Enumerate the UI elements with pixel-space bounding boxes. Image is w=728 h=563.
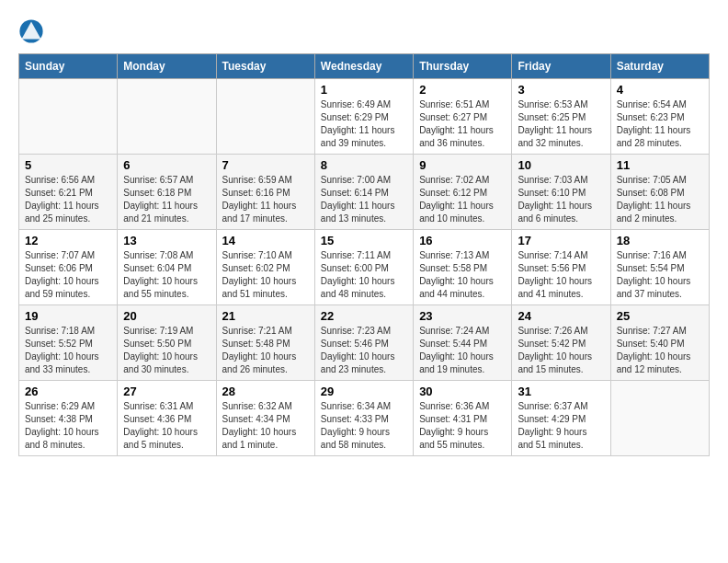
day-info: Sunrise: 7:05 AM Sunset: 6:08 PM Dayligh…	[617, 174, 703, 225]
day-number: 5	[25, 158, 111, 172]
calendar-cell	[118, 79, 216, 155]
day-number: 9	[419, 158, 506, 172]
day-number: 15	[321, 234, 407, 247]
calendar-cell: 7Sunrise: 6:59 AM Sunset: 6:16 PM Daylig…	[216, 155, 314, 230]
calendar-cell: 15Sunrise: 7:11 AM Sunset: 6:00 PM Dayli…	[314, 230, 413, 305]
day-number: 21	[222, 309, 309, 323]
day-number: 13	[123, 234, 210, 247]
day-info: Sunrise: 7:00 AM Sunset: 6:14 PM Dayligh…	[321, 174, 407, 225]
day-info: Sunrise: 7:02 AM Sunset: 6:12 PM Dayligh…	[419, 174, 506, 225]
calendar-cell: 12Sunrise: 7:07 AM Sunset: 6:06 PM Dayli…	[19, 230, 118, 305]
calendar-cell: 21Sunrise: 7:21 AM Sunset: 5:48 PM Dayli…	[216, 305, 314, 381]
calendar-week-row: 1Sunrise: 6:49 AM Sunset: 6:29 PM Daylig…	[19, 79, 710, 155]
weekday-header-sunday: Sunday	[19, 54, 118, 79]
day-info: Sunrise: 6:54 AM Sunset: 6:23 PM Dayligh…	[617, 98, 703, 150]
logo	[18, 18, 48, 44]
day-info: Sunrise: 6:59 AM Sunset: 6:16 PM Dayligh…	[222, 174, 309, 225]
day-number: 29	[321, 385, 407, 398]
day-info: Sunrise: 7:03 AM Sunset: 6:10 PM Dayligh…	[518, 174, 604, 225]
day-number: 4	[617, 83, 703, 97]
day-number: 7	[222, 158, 309, 172]
day-info: Sunrise: 6:51 AM Sunset: 6:27 PM Dayligh…	[419, 98, 506, 150]
calendar-cell: 2Sunrise: 6:51 AM Sunset: 6:27 PM Daylig…	[414, 79, 512, 155]
day-info: Sunrise: 7:11 AM Sunset: 6:00 PM Dayligh…	[321, 249, 407, 301]
weekday-header-thursday: Thursday	[414, 54, 512, 79]
calendar-cell: 22Sunrise: 7:23 AM Sunset: 5:46 PM Dayli…	[314, 305, 413, 381]
day-number: 30	[419, 385, 506, 398]
day-info: Sunrise: 7:19 AM Sunset: 5:50 PM Dayligh…	[123, 325, 210, 376]
calendar-cell: 24Sunrise: 7:26 AM Sunset: 5:42 PM Dayli…	[512, 305, 610, 381]
calendar-cell: 25Sunrise: 7:27 AM Sunset: 5:40 PM Dayli…	[610, 305, 709, 381]
day-info: Sunrise: 7:16 AM Sunset: 5:54 PM Dayligh…	[617, 249, 703, 301]
calendar-cell: 31Sunrise: 6:37 AM Sunset: 4:29 PM Dayli…	[512, 381, 610, 456]
day-info: Sunrise: 7:21 AM Sunset: 5:48 PM Dayligh…	[222, 325, 309, 376]
calendar-week-row: 12Sunrise: 7:07 AM Sunset: 6:06 PM Dayli…	[19, 230, 710, 305]
calendar-table: SundayMondayTuesdayWednesdayThursdayFrid…	[18, 53, 710, 456]
day-number: 25	[617, 309, 703, 323]
calendar-cell	[19, 79, 118, 155]
weekday-header-monday: Monday	[118, 54, 216, 79]
calendar-cell: 19Sunrise: 7:18 AM Sunset: 5:52 PM Dayli…	[19, 305, 118, 381]
weekday-header-wednesday: Wednesday	[314, 54, 413, 79]
calendar-cell: 17Sunrise: 7:14 AM Sunset: 5:56 PM Dayli…	[512, 230, 610, 305]
calendar-cell: 30Sunrise: 6:36 AM Sunset: 4:31 PM Dayli…	[414, 381, 512, 456]
calendar-week-row: 19Sunrise: 7:18 AM Sunset: 5:52 PM Dayli…	[19, 305, 710, 381]
day-info: Sunrise: 7:26 AM Sunset: 5:42 PM Dayligh…	[518, 325, 604, 376]
day-info: Sunrise: 7:14 AM Sunset: 5:56 PM Dayligh…	[518, 249, 604, 301]
calendar-cell: 11Sunrise: 7:05 AM Sunset: 6:08 PM Dayli…	[610, 155, 709, 230]
day-number: 12	[25, 234, 111, 247]
day-number: 18	[617, 234, 703, 247]
day-info: Sunrise: 6:29 AM Sunset: 4:38 PM Dayligh…	[25, 400, 111, 452]
calendar-cell: 13Sunrise: 7:08 AM Sunset: 6:04 PM Dayli…	[118, 230, 216, 305]
calendar-cell: 3Sunrise: 6:53 AM Sunset: 6:25 PM Daylig…	[512, 79, 610, 155]
calendar-cell	[216, 79, 314, 155]
day-number: 14	[222, 234, 309, 247]
day-info: Sunrise: 7:07 AM Sunset: 6:06 PM Dayligh…	[25, 249, 111, 301]
day-info: Sunrise: 6:32 AM Sunset: 4:34 PM Dayligh…	[222, 400, 309, 452]
calendar-week-row: 26Sunrise: 6:29 AM Sunset: 4:38 PM Dayli…	[19, 381, 710, 456]
day-info: Sunrise: 6:56 AM Sunset: 6:21 PM Dayligh…	[25, 174, 111, 225]
calendar-cell: 29Sunrise: 6:34 AM Sunset: 4:33 PM Dayli…	[314, 381, 413, 456]
calendar-cell: 27Sunrise: 6:31 AM Sunset: 4:36 PM Dayli…	[118, 381, 216, 456]
day-number: 3	[518, 83, 604, 97]
calendar-cell: 5Sunrise: 6:56 AM Sunset: 6:21 PM Daylig…	[19, 155, 118, 230]
weekday-header-saturday: Saturday	[610, 54, 709, 79]
day-info: Sunrise: 6:53 AM Sunset: 6:25 PM Dayligh…	[518, 98, 604, 150]
day-info: Sunrise: 6:37 AM Sunset: 4:29 PM Dayligh…	[518, 400, 604, 452]
day-info: Sunrise: 7:24 AM Sunset: 5:44 PM Dayligh…	[419, 325, 506, 376]
day-number: 10	[518, 158, 604, 172]
calendar-cell: 6Sunrise: 6:57 AM Sunset: 6:18 PM Daylig…	[118, 155, 216, 230]
day-number: 19	[25, 309, 111, 323]
day-info: Sunrise: 6:49 AM Sunset: 6:29 PM Dayligh…	[321, 98, 407, 150]
logo-icon	[18, 18, 44, 44]
day-info: Sunrise: 6:57 AM Sunset: 6:18 PM Dayligh…	[123, 174, 210, 225]
day-number: 11	[617, 158, 703, 172]
day-number: 31	[518, 385, 604, 398]
page-header	[18, 18, 710, 44]
day-number: 27	[123, 385, 210, 398]
weekday-header-friday: Friday	[512, 54, 610, 79]
day-info: Sunrise: 7:23 AM Sunset: 5:46 PM Dayligh…	[321, 325, 407, 376]
calendar-cell: 23Sunrise: 7:24 AM Sunset: 5:44 PM Dayli…	[414, 305, 512, 381]
calendar-cell: 16Sunrise: 7:13 AM Sunset: 5:58 PM Dayli…	[414, 230, 512, 305]
day-number: 26	[25, 385, 111, 398]
weekday-header-row: SundayMondayTuesdayWednesdayThursdayFrid…	[19, 54, 710, 79]
day-info: Sunrise: 7:18 AM Sunset: 5:52 PM Dayligh…	[25, 325, 111, 376]
day-info: Sunrise: 7:10 AM Sunset: 6:02 PM Dayligh…	[222, 249, 309, 301]
day-info: Sunrise: 7:13 AM Sunset: 5:58 PM Dayligh…	[419, 249, 506, 301]
day-number: 24	[518, 309, 604, 323]
day-info: Sunrise: 6:31 AM Sunset: 4:36 PM Dayligh…	[123, 400, 210, 452]
calendar-cell: 1Sunrise: 6:49 AM Sunset: 6:29 PM Daylig…	[314, 79, 413, 155]
calendar-cell: 10Sunrise: 7:03 AM Sunset: 6:10 PM Dayli…	[512, 155, 610, 230]
calendar-cell: 28Sunrise: 6:32 AM Sunset: 4:34 PM Dayli…	[216, 381, 314, 456]
calendar-cell: 20Sunrise: 7:19 AM Sunset: 5:50 PM Dayli…	[118, 305, 216, 381]
calendar-cell: 18Sunrise: 7:16 AM Sunset: 5:54 PM Dayli…	[610, 230, 709, 305]
calendar-cell: 26Sunrise: 6:29 AM Sunset: 4:38 PM Dayli…	[19, 381, 118, 456]
calendar-cell: 14Sunrise: 7:10 AM Sunset: 6:02 PM Dayli…	[216, 230, 314, 305]
day-info: Sunrise: 7:08 AM Sunset: 6:04 PM Dayligh…	[123, 249, 210, 301]
day-number: 20	[123, 309, 210, 323]
day-number: 22	[321, 309, 407, 323]
day-info: Sunrise: 6:34 AM Sunset: 4:33 PM Dayligh…	[321, 400, 407, 452]
day-number: 17	[518, 234, 604, 247]
day-number: 8	[321, 158, 407, 172]
